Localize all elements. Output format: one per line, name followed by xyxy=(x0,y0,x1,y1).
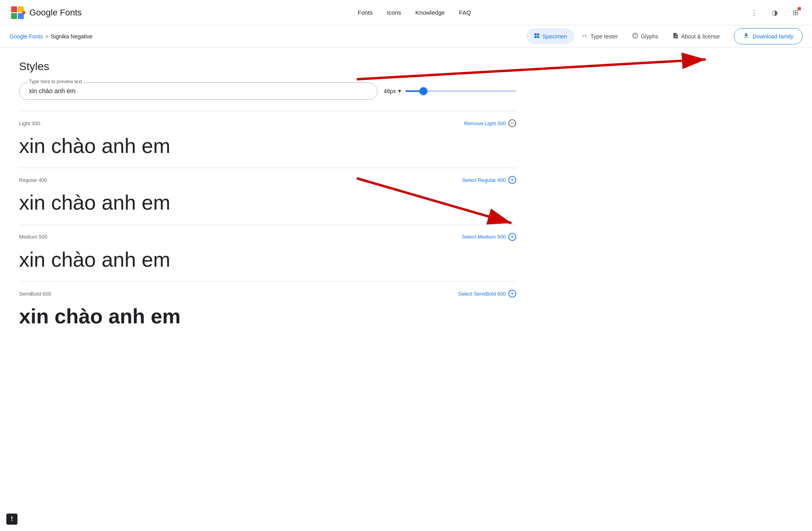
glyphs-icon xyxy=(632,32,638,40)
google-logo-icon xyxy=(10,5,25,21)
svg-rect-5 xyxy=(534,33,536,35)
logo-text: Google Fonts xyxy=(29,8,82,18)
tab-about-label: About & license xyxy=(681,33,720,40)
select-medium-500-button[interactable]: Select Medium 500 + xyxy=(462,233,516,241)
notification-dot xyxy=(798,7,801,10)
nav-actions: ⋮ ◑ ⊞ xyxy=(747,6,802,20)
more-options-button[interactable]: ⋮ xyxy=(747,6,761,20)
theme-toggle-button[interactable]: ◑ xyxy=(768,6,782,20)
plus-icon-medium: + xyxy=(508,233,516,241)
size-chevron-icon: ▼ xyxy=(397,88,402,94)
plus-icon-semibold: + xyxy=(508,290,516,298)
font-row-medium-500: Medium 500 Select Medium 500 + xin chào … xyxy=(19,225,516,281)
svg-rect-8 xyxy=(537,36,539,38)
font-preview-medium-500: xin chào anh em xyxy=(19,244,516,275)
tab-glyphs-label: Glyphs xyxy=(641,33,658,40)
download-family-button[interactable]: Download family xyxy=(734,28,802,44)
svg-rect-0 xyxy=(11,6,17,12)
theme-icon: ◑ xyxy=(772,8,778,17)
download-family-label: Download family xyxy=(753,33,793,40)
main-content: Styles Type here to preview text 48px ▼ … xyxy=(0,48,535,351)
sub-nav-tabs: Specimen Type tester Glyphs About & lice… xyxy=(527,28,802,44)
tab-about[interactable]: About & license xyxy=(666,29,726,43)
font-weight-label-regular: Regular 400 xyxy=(19,177,47,183)
nav-icons[interactable]: Icons xyxy=(387,8,401,17)
nav-knowledge[interactable]: Knowledge xyxy=(416,8,445,17)
svg-rect-6 xyxy=(537,33,539,35)
font-row-regular-400: Regular 400 Select Regular 400 + xin chà… xyxy=(19,168,516,224)
font-preview-semibold-600: xin chào anh em xyxy=(19,301,516,332)
preview-input-wrap: Type here to preview text xyxy=(19,82,377,100)
font-row-semibold-600: SemiBold 600 Select SemiBold 600 + xin c… xyxy=(19,281,516,338)
select-regular-400-button[interactable]: Select Regular 400 + xyxy=(462,176,516,184)
about-icon xyxy=(672,32,679,40)
breadcrumb: Google Fonts > Signika Negative xyxy=(10,33,92,40)
type-tester-icon xyxy=(582,32,588,40)
logo-area: Google Fonts xyxy=(10,5,82,21)
svg-point-4 xyxy=(22,11,25,14)
nav-faq[interactable]: FAQ xyxy=(459,8,471,17)
sub-nav: Google Fonts > Signika Negative Specimen… xyxy=(0,25,812,48)
select-regular-label: Select Regular 400 xyxy=(462,177,506,183)
font-row-light-300: Light 300 Remove Light 300 − xin chào an… xyxy=(19,111,516,168)
select-semibold-600-button[interactable]: Select SemiBold 600 + xyxy=(458,290,516,298)
font-weight-label-medium: Medium 500 xyxy=(19,234,48,240)
tab-specimen[interactable]: Specimen xyxy=(527,29,574,44)
breadcrumb-separator: > xyxy=(45,33,48,40)
remove-light-label: Remove Light 300 xyxy=(464,120,506,126)
download-icon xyxy=(743,32,749,40)
font-preview-light-300: xin chào anh em xyxy=(19,130,516,161)
font-weight-label-light: Light 300 xyxy=(19,120,40,126)
svg-rect-2 xyxy=(11,13,17,19)
preview-text-input[interactable] xyxy=(29,88,368,95)
font-preview-regular-400: xin chào anh em xyxy=(19,187,516,218)
breadcrumb-home-link[interactable]: Google Fonts xyxy=(10,33,43,40)
font-weight-label-semibold: SemiBold 600 xyxy=(19,291,51,297)
font-row-header-medium: Medium 500 Select Medium 500 + xyxy=(19,233,516,241)
preview-input-label: Type here to preview text xyxy=(27,79,84,84)
styles-title: Styles xyxy=(19,60,516,73)
size-control: 48px ▼ xyxy=(384,88,516,94)
breadcrumb-current-page: Signika Negative xyxy=(51,33,92,40)
plus-icon: + xyxy=(508,176,516,184)
svg-rect-7 xyxy=(534,36,536,38)
tab-type-tester-label: Type tester xyxy=(590,33,618,40)
tab-type-tester[interactable]: Type tester xyxy=(575,29,624,43)
select-semibold-label: Select SemiBold 600 xyxy=(458,291,506,297)
slider-wrap xyxy=(405,90,516,92)
font-row-header-semibold: SemiBold 600 Select SemiBold 600 + xyxy=(19,290,516,298)
more-dots-icon: ⋮ xyxy=(751,8,758,17)
remove-light-300-button[interactable]: Remove Light 300 − xyxy=(464,119,516,127)
specimen-icon xyxy=(534,32,540,40)
preview-bar: Type here to preview text 48px ▼ xyxy=(19,82,516,100)
nav-links: Fonts Icons Knowledge FAQ xyxy=(98,8,731,17)
font-row-header-regular: Regular 400 Select Regular 400 + xyxy=(19,176,516,184)
minus-icon: − xyxy=(508,119,516,127)
size-dropdown[interactable]: 48px ▼ xyxy=(384,88,402,94)
font-size-slider[interactable] xyxy=(405,90,516,92)
top-nav: Google Fonts Fonts Icons Knowledge FAQ ⋮… xyxy=(0,0,812,25)
tab-specimen-label: Specimen xyxy=(542,33,567,40)
nav-fonts[interactable]: Fonts xyxy=(358,8,373,17)
size-value: 48px xyxy=(384,88,396,94)
grid-view-button[interactable]: ⊞ xyxy=(788,6,802,20)
font-row-header-light: Light 300 Remove Light 300 − xyxy=(19,119,516,127)
select-medium-label: Select Medium 500 xyxy=(462,234,506,240)
tab-glyphs[interactable]: Glyphs xyxy=(626,29,665,43)
